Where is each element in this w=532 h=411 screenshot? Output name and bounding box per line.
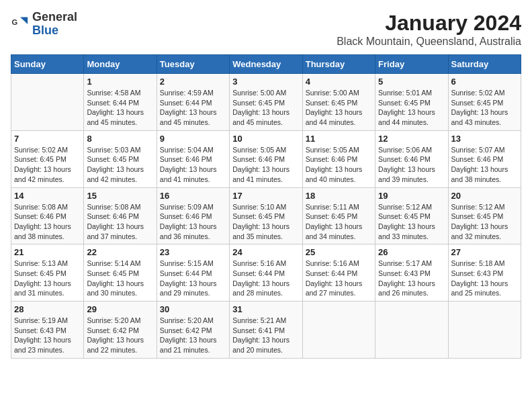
calendar-cell: 21Sunrise: 5:13 AM Sunset: 6:45 PM Dayli…: [11, 244, 84, 302]
logo: G General Blue: [11, 11, 77, 38]
weekday-header-tuesday: Tuesday: [157, 55, 229, 74]
day-number: 13: [451, 134, 518, 144]
day-info: Sunrise: 5:00 AM Sunset: 6:45 PM Dayligh…: [306, 88, 372, 128]
calendar-cell: 8Sunrise: 5:03 AM Sunset: 6:45 PM Daylig…: [84, 130, 157, 187]
calendar-cell: [375, 302, 448, 359]
weekday-header-sunday: Sunday: [11, 55, 84, 74]
calendar-cell: 1Sunrise: 4:58 AM Sunset: 6:44 PM Daylig…: [84, 74, 157, 131]
day-number: 11: [306, 134, 372, 144]
calendar-cell: 16Sunrise: 5:09 AM Sunset: 6:46 PM Dayli…: [157, 187, 229, 244]
calendar-cell: [448, 302, 521, 359]
day-number: 31: [232, 304, 299, 314]
calendar-cell: 23Sunrise: 5:15 AM Sunset: 6:44 PM Dayli…: [157, 244, 229, 302]
day-info: Sunrise: 5:13 AM Sunset: 6:45 PM Dayligh…: [14, 259, 81, 298]
calendar-cell: 13Sunrise: 5:07 AM Sunset: 6:46 PM Dayli…: [448, 130, 521, 187]
calendar-week-row: 21Sunrise: 5:13 AM Sunset: 6:45 PM Dayli…: [11, 244, 521, 302]
weekday-header-saturday: Saturday: [448, 55, 521, 74]
month-title: January 2024: [337, 11, 521, 36]
svg-text:G: G: [11, 18, 17, 26]
calendar-cell: 10Sunrise: 5:05 AM Sunset: 6:46 PM Dayli…: [230, 130, 302, 187]
day-number: 28: [14, 304, 81, 314]
day-info: Sunrise: 5:12 AM Sunset: 6:45 PM Dayligh…: [451, 202, 518, 242]
day-info: Sunrise: 5:11 AM Sunset: 6:45 PM Dayligh…: [306, 202, 372, 242]
day-info: Sunrise: 5:07 AM Sunset: 6:46 PM Dayligh…: [451, 145, 518, 185]
logo-icon: G: [11, 15, 30, 34]
day-info: Sunrise: 5:20 AM Sunset: 6:42 PM Dayligh…: [160, 316, 226, 355]
day-number: 16: [160, 191, 226, 201]
calendar-week-row: 28Sunrise: 5:19 AM Sunset: 6:43 PM Dayli…: [11, 302, 521, 359]
title-area: January 2024 Black Mountain, Queensland,…: [337, 11, 521, 48]
weekday-header-monday: Monday: [84, 55, 157, 74]
day-number: 2: [160, 77, 226, 87]
day-info: Sunrise: 5:09 AM Sunset: 6:46 PM Dayligh…: [160, 202, 226, 242]
calendar-cell: 24Sunrise: 5:16 AM Sunset: 6:44 PM Dayli…: [230, 244, 302, 302]
day-info: Sunrise: 5:21 AM Sunset: 6:41 PM Dayligh…: [232, 316, 299, 355]
day-number: 3: [232, 77, 299, 87]
weekday-header-thursday: Thursday: [302, 55, 375, 74]
calendar-week-row: 1Sunrise: 4:58 AM Sunset: 6:44 PM Daylig…: [11, 74, 521, 131]
day-info: Sunrise: 4:59 AM Sunset: 6:44 PM Dayligh…: [160, 88, 226, 128]
calendar-cell: 9Sunrise: 5:04 AM Sunset: 6:46 PM Daylig…: [157, 130, 229, 187]
day-number: 8: [87, 134, 153, 144]
day-info: Sunrise: 5:08 AM Sunset: 6:46 PM Dayligh…: [14, 202, 81, 242]
day-info: Sunrise: 5:08 AM Sunset: 6:46 PM Dayligh…: [87, 202, 153, 242]
calendar-cell: 11Sunrise: 5:05 AM Sunset: 6:46 PM Dayli…: [302, 130, 375, 187]
day-number: 10: [232, 134, 299, 144]
day-number: 25: [306, 247, 372, 257]
calendar-cell: 7Sunrise: 5:02 AM Sunset: 6:45 PM Daylig…: [11, 130, 84, 187]
calendar-week-row: 7Sunrise: 5:02 AM Sunset: 6:45 PM Daylig…: [11, 130, 521, 187]
header: G General Blue January 2024 Black Mounta…: [11, 11, 521, 48]
calendar-cell: 17Sunrise: 5:10 AM Sunset: 6:45 PM Dayli…: [230, 187, 302, 244]
calendar-cell: 14Sunrise: 5:08 AM Sunset: 6:46 PM Dayli…: [11, 187, 84, 244]
day-number: 14: [14, 191, 81, 201]
day-info: Sunrise: 5:20 AM Sunset: 6:42 PM Dayligh…: [87, 316, 153, 355]
day-info: Sunrise: 5:10 AM Sunset: 6:45 PM Dayligh…: [232, 202, 299, 242]
calendar-cell: 6Sunrise: 5:02 AM Sunset: 6:45 PM Daylig…: [448, 74, 521, 131]
calendar-cell: 28Sunrise: 5:19 AM Sunset: 6:43 PM Dayli…: [11, 302, 84, 359]
day-info: Sunrise: 5:19 AM Sunset: 6:43 PM Dayligh…: [14, 316, 81, 355]
calendar-cell: 3Sunrise: 5:00 AM Sunset: 6:45 PM Daylig…: [230, 74, 302, 131]
calendar-cell: 26Sunrise: 5:17 AM Sunset: 6:43 PM Dayli…: [375, 244, 448, 302]
calendar-cell: 25Sunrise: 5:16 AM Sunset: 6:44 PM Dayli…: [302, 244, 375, 302]
calendar-cell: 31Sunrise: 5:21 AM Sunset: 6:41 PM Dayli…: [230, 302, 302, 359]
svg-marker-2: [20, 17, 28, 24]
day-info: Sunrise: 5:05 AM Sunset: 6:46 PM Dayligh…: [232, 145, 299, 185]
calendar-week-row: 14Sunrise: 5:08 AM Sunset: 6:46 PM Dayli…: [11, 187, 521, 244]
location: Black Mountain, Queensland, Australia: [337, 36, 521, 48]
day-number: 30: [160, 304, 226, 314]
calendar-cell: 4Sunrise: 5:00 AM Sunset: 6:45 PM Daylig…: [302, 74, 375, 131]
weekday-header-wednesday: Wednesday: [230, 55, 302, 74]
logo-general: General: [32, 11, 77, 24]
day-number: 15: [87, 191, 153, 201]
day-number: 5: [378, 77, 445, 87]
day-number: 7: [14, 134, 81, 144]
day-number: 26: [378, 247, 445, 257]
calendar-cell: 19Sunrise: 5:12 AM Sunset: 6:45 PM Dayli…: [375, 187, 448, 244]
day-info: Sunrise: 5:05 AM Sunset: 6:46 PM Dayligh…: [306, 145, 372, 185]
day-info: Sunrise: 5:03 AM Sunset: 6:45 PM Dayligh…: [87, 145, 153, 185]
day-number: 12: [378, 134, 445, 144]
day-info: Sunrise: 5:15 AM Sunset: 6:44 PM Dayligh…: [160, 259, 226, 298]
calendar-cell: 30Sunrise: 5:20 AM Sunset: 6:42 PM Dayli…: [157, 302, 229, 359]
day-info: Sunrise: 5:06 AM Sunset: 6:46 PM Dayligh…: [378, 145, 445, 185]
day-number: 18: [306, 191, 372, 201]
day-info: Sunrise: 5:04 AM Sunset: 6:46 PM Dayligh…: [160, 145, 226, 185]
calendar-cell: [11, 74, 84, 131]
calendar-cell: 29Sunrise: 5:20 AM Sunset: 6:42 PM Dayli…: [84, 302, 157, 359]
day-number: 23: [160, 247, 226, 257]
calendar-cell: [302, 302, 375, 359]
day-info: Sunrise: 5:16 AM Sunset: 6:44 PM Dayligh…: [232, 259, 299, 298]
calendar-cell: 18Sunrise: 5:11 AM Sunset: 6:45 PM Dayli…: [302, 187, 375, 244]
day-info: Sunrise: 5:00 AM Sunset: 6:45 PM Dayligh…: [232, 88, 299, 128]
calendar-cell: 20Sunrise: 5:12 AM Sunset: 6:45 PM Dayli…: [448, 187, 521, 244]
weekday-header-friday: Friday: [375, 55, 448, 74]
calendar-cell: 2Sunrise: 4:59 AM Sunset: 6:44 PM Daylig…: [157, 74, 229, 131]
day-number: 19: [378, 191, 445, 201]
day-number: 29: [87, 304, 153, 314]
day-number: 6: [451, 77, 518, 87]
day-number: 22: [87, 247, 153, 257]
day-info: Sunrise: 5:02 AM Sunset: 6:45 PM Dayligh…: [451, 88, 518, 128]
day-info: Sunrise: 5:02 AM Sunset: 6:45 PM Dayligh…: [14, 145, 81, 185]
day-info: Sunrise: 5:18 AM Sunset: 6:43 PM Dayligh…: [451, 259, 518, 298]
day-number: 17: [232, 191, 299, 201]
